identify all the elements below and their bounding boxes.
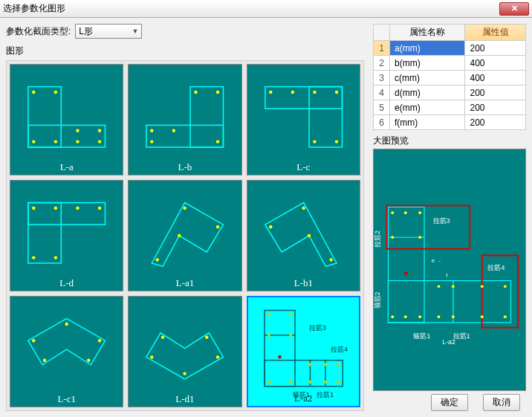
svg-point-53 [216, 355, 219, 358]
preview-section-label: 大图预览 [373, 135, 526, 147]
svg-rect-26 [28, 203, 61, 263]
svg-point-73 [278, 355, 281, 358]
table-row[interactable]: 1 a(mm) 200 [374, 41, 526, 56]
svg-rect-56 [265, 311, 295, 387]
table-row[interactable]: 5 e(mm) 200 [374, 100, 526, 115]
svg-point-67 [308, 363, 311, 366]
svg-rect-1 [28, 125, 106, 147]
svg-point-64 [289, 334, 292, 337]
type-label: 参数化截面类型: [6, 25, 71, 38]
col-value[interactable]: 属性值 [465, 25, 526, 41]
cancel-button[interactable]: 取消 [483, 394, 520, 411]
svg-point-90 [391, 315, 394, 318]
svg-point-98 [452, 315, 455, 318]
svg-point-96 [504, 285, 507, 288]
thumb-label: L-d1 [129, 393, 241, 405]
table-row[interactable]: 3 c(mm) 400 [374, 71, 526, 85]
thumb-L-a[interactable]: L-a [10, 64, 123, 175]
thumb-L-c[interactable]: L-c [247, 64, 360, 175]
svg-point-7 [98, 129, 101, 132]
thumb-L-a1[interactable]: L-a1 [128, 180, 241, 291]
svg-text:拉筋3: 拉筋3 [309, 324, 326, 332]
svg-marker-34 [152, 203, 224, 267]
svg-point-66 [289, 381, 292, 384]
svg-point-29 [54, 207, 57, 210]
svg-point-72 [337, 381, 340, 384]
svg-point-23 [335, 91, 338, 94]
svg-point-24 [313, 140, 316, 143]
svg-point-46 [65, 323, 68, 326]
col-name[interactable]: 属性名称 [390, 25, 465, 41]
svg-point-4 [32, 140, 35, 143]
close-icon: ✕ [511, 4, 518, 13]
svg-point-41 [269, 225, 272, 228]
thumb-label: L-b1 [247, 277, 360, 289]
svg-point-40 [302, 207, 305, 210]
svg-point-51 [150, 355, 153, 358]
type-dropdown[interactable]: L形 ▼ [75, 24, 142, 39]
svg-point-16 [172, 129, 175, 132]
thumb-L-b[interactable]: L-b [128, 64, 241, 175]
svg-point-89 [418, 236, 421, 239]
svg-point-5 [54, 140, 57, 143]
label-gujin2: 箍筋2 [374, 291, 381, 308]
svg-point-20 [269, 91, 272, 94]
thumb-L-b1[interactable]: L-b1 [247, 180, 360, 291]
svg-point-32 [32, 256, 35, 259]
thumb-label: L-a1 [129, 277, 241, 289]
svg-point-63 [267, 334, 270, 337]
close-button[interactable]: ✕ [499, 2, 529, 16]
svg-point-21 [291, 91, 293, 94]
svg-point-38 [178, 234, 181, 237]
label-lajin2: 拉筋2 [374, 230, 381, 248]
svg-point-15 [150, 140, 153, 143]
ok-button[interactable]: 确定 [431, 394, 468, 411]
svg-point-8 [76, 140, 79, 143]
svg-point-33 [54, 256, 57, 259]
table-row[interactable]: 2 b(mm) 400 [374, 56, 526, 71]
svg-point-17 [216, 140, 219, 143]
thumb-label: L-d [10, 277, 123, 289]
svg-point-12 [195, 91, 198, 94]
label-preview: L-a2 [442, 338, 455, 346]
thumb-label: L-c [247, 161, 360, 173]
thumb-L-d1[interactable]: L-d1 [128, 296, 241, 407]
svg-point-48 [43, 359, 46, 362]
svg-point-65 [267, 381, 270, 384]
svg-point-2 [32, 91, 35, 94]
svg-point-95 [481, 285, 484, 288]
thumb-label: L-b [129, 161, 241, 173]
svg-text:-: - [438, 257, 441, 264]
svg-rect-11 [146, 125, 224, 147]
svg-point-25 [335, 140, 338, 143]
thumb-L-a2[interactable]: 拉筋3 拉筋4 箍筋1 拉筋1 L-a2 [247, 296, 360, 407]
svg-point-52 [184, 372, 186, 375]
table-row[interactable]: 6 f(mm) 200 [374, 115, 526, 130]
svg-point-86 [404, 211, 407, 214]
svg-point-100 [504, 315, 507, 318]
svg-point-13 [216, 91, 219, 94]
label-gujin1: 箍筋1 [413, 332, 430, 340]
thumb-label: L-c1 [10, 393, 123, 405]
table-row[interactable]: 4 d(mm) 200 [374, 85, 526, 100]
svg-point-54 [161, 336, 164, 339]
svg-point-91 [404, 315, 407, 318]
titlebar: 选择参数化图形 ✕ [0, 0, 532, 18]
svg-point-47 [98, 339, 101, 342]
svg-point-49 [87, 359, 90, 362]
preview-panel: 拉筋3 拉筋4 箍筋1 拉筋1 拉筋2 箍筋2 L-a2 e- f [373, 149, 526, 391]
svg-point-43 [308, 234, 311, 237]
thumb-L-c1[interactable]: L-c1 [10, 296, 123, 407]
thumb-label: L-a [10, 161, 123, 173]
svg-point-70 [308, 381, 311, 384]
svg-point-69 [337, 363, 340, 366]
svg-point-14 [150, 129, 153, 132]
svg-point-71 [323, 381, 326, 384]
thumb-L-d[interactable]: L-d [10, 180, 123, 291]
svg-point-87 [418, 211, 421, 214]
svg-point-42 [329, 258, 332, 261]
svg-point-36 [216, 225, 219, 228]
svg-point-45 [32, 339, 35, 342]
svg-point-3 [54, 91, 57, 94]
window-title: 选择参数化图形 [3, 2, 65, 15]
